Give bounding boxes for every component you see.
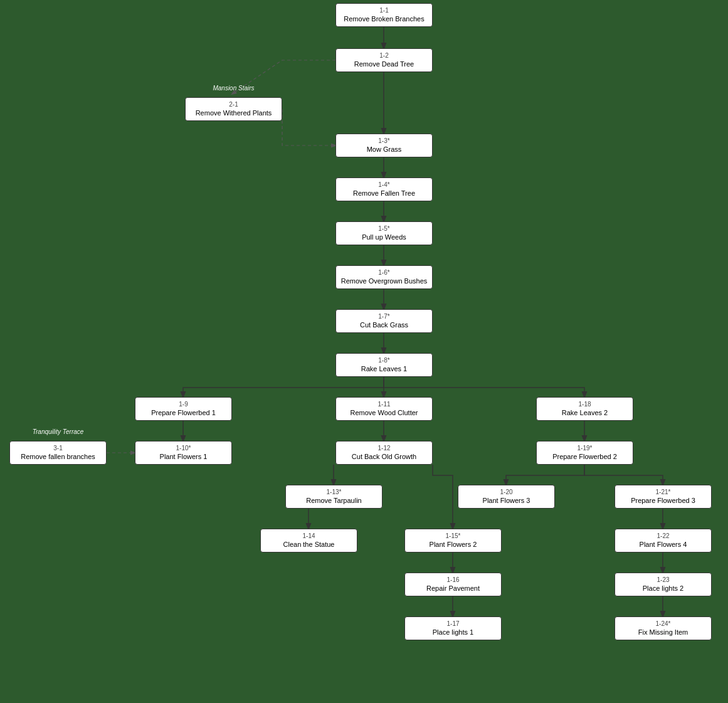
node-label-n1-1: 1-1	[340, 6, 428, 14]
node-title-n1-16: Repair Pavement	[409, 584, 497, 593]
node-label-n1-18: 1-18	[541, 400, 629, 408]
node-n1-7: 1-7*Cut Back Grass	[335, 309, 433, 333]
node-n1-24: 1-24*Fix Missing Item	[615, 616, 712, 640]
node-label-n1-9: 1-9	[139, 400, 228, 408]
node-title-n1-10: Plant Flowers 1	[139, 452, 228, 461]
node-title-n1-4: Remove Fallen Tree	[340, 189, 428, 198]
node-label-n1-8: 1-8*	[340, 356, 428, 364]
node-label-n1-17: 1-17	[409, 620, 497, 628]
node-title-n1-6: Remove Overgrown Bushes	[340, 277, 428, 285]
node-title-n1-22: Plant Flowers 4	[619, 540, 707, 549]
node-label-n1-20: 1-20	[462, 488, 551, 496]
node-title-n1-23: Place lights 2	[619, 584, 707, 593]
node-n1-23: 1-23Place lights 2	[615, 573, 712, 596]
mansion-stairs-label: Mansion Stairs	[185, 85, 282, 92]
node-title-n1-12: Cut Back Old Growth	[340, 452, 428, 461]
node-title-n1-14: Clean the Statue	[265, 540, 353, 549]
node-n1-16: 1-16Repair Pavement	[404, 573, 502, 596]
node-n1-5: 1-5*Pull up Weeds	[335, 221, 433, 245]
node-n1-10: 1-10*Plant Flowers 1	[135, 441, 232, 465]
node-label-n1-3: 1-3*	[340, 137, 428, 145]
node-label-n1-23: 1-23	[619, 576, 707, 584]
node-label-n1-15: 1-15*	[409, 532, 497, 540]
node-title-n1-9: Prepare Flowerbed 1	[139, 408, 228, 417]
node-label-n1-11: 1-11	[340, 400, 428, 408]
node-n1-1: 1-1Remove Broken Branches	[335, 3, 433, 27]
node-title-n1-20: Plant Flowers 3	[462, 496, 551, 505]
node-label-n1-24: 1-24*	[619, 620, 707, 628]
node-label-n1-19: 1-19*	[541, 444, 629, 452]
node-n1-17: 1-17Place lights 1	[404, 616, 502, 640]
node-label-n1-16: 1-16	[409, 576, 497, 584]
node-n1-13: 1-13*Remove Tarpaulin	[285, 485, 382, 509]
node-title-n2-1: Remove Withered Plants	[189, 108, 278, 117]
node-n1-14: 1-14Clean the Statue	[260, 529, 357, 552]
node-label-n1-21: 1-21*	[619, 488, 707, 496]
node-title-n1-21: Prepare Flowerbed 3	[619, 496, 707, 505]
node-n1-21: 1-21*Prepare Flowerbed 3	[615, 485, 712, 509]
node-title-n1-8: Rake Leaves 1	[340, 364, 428, 373]
node-label-n1-2: 1-2	[340, 51, 428, 60]
node-title-n1-24: Fix Missing Item	[619, 628, 707, 637]
node-n1-22: 1-22Plant Flowers 4	[615, 529, 712, 552]
node-n1-8: 1-8*Rake Leaves 1	[335, 353, 433, 377]
node-title-n1-19: Prepare Flowerbed 2	[541, 452, 629, 461]
diagram-container: Mansion Stairs Tranquility Terrace 1-1Re…	[0, 0, 728, 703]
node-label-n1-7: 1-7*	[340, 312, 428, 320]
node-n1-19: 1-19*Prepare Flowerbed 2	[536, 441, 633, 465]
node-label-n1-6: 1-6*	[340, 268, 428, 277]
node-label-n1-5: 1-5*	[340, 225, 428, 233]
node-n1-4: 1-4*Remove Fallen Tree	[335, 177, 433, 201]
node-label-n1-14: 1-14	[265, 532, 353, 540]
node-n1-11: 1-11Remove Wood Clutter	[335, 397, 433, 421]
node-n1-12: 1-12Cut Back Old Growth	[335, 441, 433, 465]
node-title-n1-15: Plant Flowers 2	[409, 540, 497, 549]
node-title-n1-3: Mow Grass	[340, 145, 428, 154]
node-label-n3-1: 3-1	[14, 444, 102, 452]
node-title-n1-2: Remove Dead Tree	[340, 60, 428, 68]
node-title-n1-18: Rake Leaves 2	[541, 408, 629, 417]
node-label-n1-22: 1-22	[619, 532, 707, 540]
node-label-n1-4: 1-4*	[340, 181, 428, 189]
connections-svg	[0, 0, 728, 703]
node-label-n1-13: 1-13*	[290, 488, 378, 496]
node-n1-6: 1-6*Remove Overgrown Bushes	[335, 265, 433, 289]
node-title-n3-1: Remove fallen branches	[14, 452, 102, 461]
node-title-n1-5: Pull up Weeds	[340, 233, 428, 241]
node-n1-9: 1-9Prepare Flowerbed 1	[135, 397, 232, 421]
node-title-n1-17: Place lights 1	[409, 628, 497, 637]
node-n2-1: 2-1Remove Withered Plants	[185, 97, 282, 121]
node-title-n1-13: Remove Tarpaulin	[290, 496, 378, 505]
node-title-n1-7: Cut Back Grass	[340, 320, 428, 329]
tranquility-terrace-label: Tranquility Terrace	[9, 428, 107, 435]
node-n1-18: 1-18Rake Leaves 2	[536, 397, 633, 421]
node-n1-2: 1-2Remove Dead Tree	[335, 48, 433, 72]
node-title-n1-1: Remove Broken Branches	[340, 14, 428, 23]
node-label-n2-1: 2-1	[189, 100, 278, 108]
node-n3-1: 3-1Remove fallen branches	[9, 441, 107, 465]
node-n1-20: 1-20Plant Flowers 3	[458, 485, 555, 509]
node-title-n1-11: Remove Wood Clutter	[340, 408, 428, 417]
node-label-n1-12: 1-12	[340, 444, 428, 452]
node-n1-15: 1-15*Plant Flowers 2	[404, 529, 502, 552]
node-n1-3: 1-3*Mow Grass	[335, 134, 433, 157]
node-label-n1-10: 1-10*	[139, 444, 228, 452]
